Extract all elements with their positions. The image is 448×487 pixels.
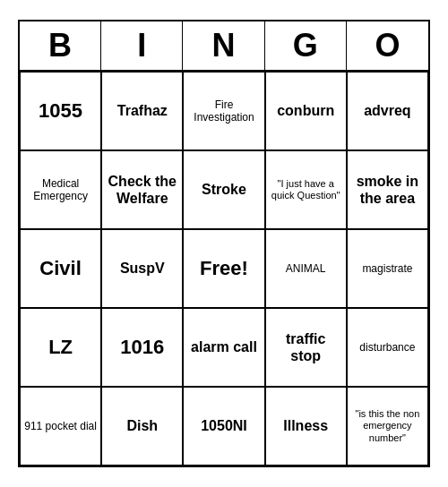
bingo-card: BINGO 1055TrafhazFire Investigationconbu… [18, 20, 430, 467]
header-letter: I [101, 21, 183, 70]
bingo-header: BINGO [20, 21, 428, 72]
cell-r2-c1: SuspV [101, 229, 183, 308]
cell-r0-c1: Trafhaz [101, 72, 183, 150]
cell-r2-c2: Free! [183, 229, 264, 308]
cell-r4-c1: Dish [101, 387, 183, 466]
cell-r4-c4: "is this the non emergency number" [347, 387, 428, 466]
header-letter: O [347, 21, 428, 70]
cell-r1-c1: Check the Welfare [101, 150, 183, 229]
cell-r1-c3: "I just have a quick Question" [265, 150, 347, 229]
cell-r0-c0: 1055 [20, 72, 101, 150]
cell-r3-c3: traffic stop [265, 308, 347, 387]
cell-r4-c0: 911 pocket dial [20, 387, 101, 466]
header-letter: B [20, 21, 101, 70]
cell-r1-c0: Medical Emergency [20, 150, 101, 229]
cell-r3-c2: alarm call [183, 308, 264, 387]
cell-r0-c2: Fire Investigation [183, 72, 264, 150]
cell-r3-c0: LZ [20, 308, 101, 387]
cell-r4-c3: Illness [265, 387, 347, 466]
header-letter: G [265, 21, 347, 70]
cell-r1-c2: Stroke [183, 150, 264, 229]
cell-r2-c3: ANIMAL [265, 229, 347, 308]
cell-r0-c4: advreq [347, 72, 428, 150]
cell-r3-c1: 1016 [101, 308, 183, 387]
cell-r3-c4: disturbance [347, 308, 428, 387]
cell-r1-c4: smoke in the area [347, 150, 428, 229]
cell-r0-c3: conburn [265, 72, 347, 150]
cell-r4-c2: 1050NI [183, 387, 264, 466]
header-letter: N [183, 21, 264, 70]
cell-r2-c4: magistrate [347, 229, 428, 308]
bingo-grid: 1055TrafhazFire Investigationconburnadvr… [20, 72, 428, 466]
cell-r2-c0: Civil [20, 229, 101, 308]
